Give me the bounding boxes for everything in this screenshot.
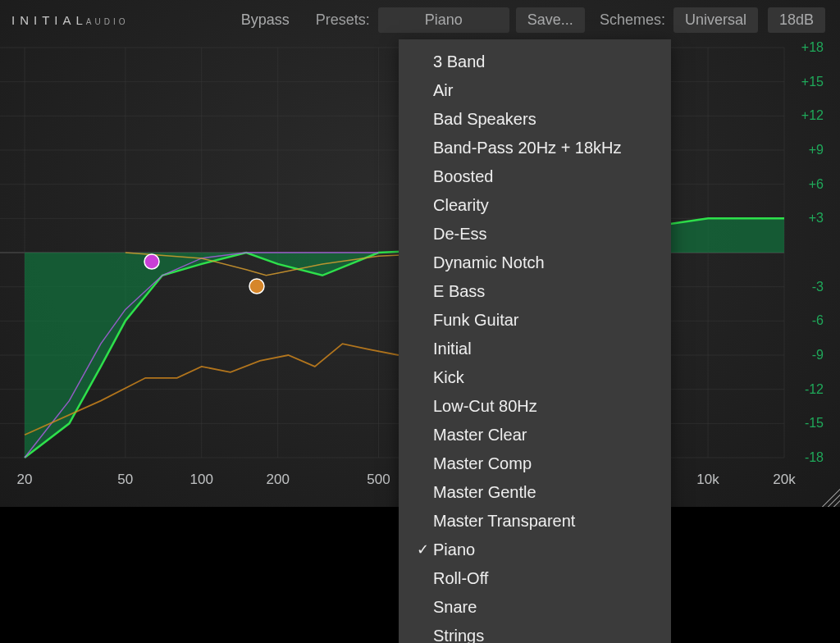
preset-item-label: Air xyxy=(433,79,656,103)
preset-item[interactable]: Master Gentle xyxy=(399,478,671,507)
preset-item[interactable]: Low-Cut 80Hz xyxy=(399,392,671,421)
preset-item[interactable]: 3 Band xyxy=(399,48,671,76)
db-tick-label: +12 xyxy=(801,108,824,122)
preset-item-label: Funk Guitar xyxy=(433,308,656,332)
freq-tick-label: 20 xyxy=(17,472,33,487)
preset-item-label: Roll-Off xyxy=(433,567,656,591)
db-tick-label: +9 xyxy=(809,143,824,157)
preset-item[interactable]: Initial xyxy=(399,335,671,363)
preset-item-label: Master Transparent xyxy=(433,509,656,533)
preset-item-label: E Bass xyxy=(433,280,656,303)
scheme-dropdown[interactable]: Universal xyxy=(673,7,758,33)
preset-item[interactable]: Funk Guitar xyxy=(399,306,671,335)
preset-item[interactable]: Band-Pass 20Hz + 18kHz xyxy=(399,134,671,162)
preset-item-label: 3 Band xyxy=(433,50,656,74)
preset-item-label: Master Gentle xyxy=(433,481,656,504)
preset-item[interactable]: Clearity xyxy=(399,191,671,220)
db-tick-label: -18 xyxy=(805,450,824,464)
bypass-button[interactable]: Bypass xyxy=(230,7,301,33)
preset-item-label: Piano xyxy=(433,538,656,562)
preset-item[interactable]: Master Clear xyxy=(399,421,671,449)
db-tick-label: -15 xyxy=(805,416,824,430)
preset-item[interactable]: Master Comp xyxy=(399,449,671,478)
freq-tick-label: 200 xyxy=(266,472,289,487)
db-tick-label: -3 xyxy=(812,280,824,294)
preset-item[interactable]: E Bass xyxy=(399,277,671,306)
gain-readout-button[interactable]: 18dB xyxy=(768,7,825,33)
preset-item[interactable]: Bad Speakers xyxy=(399,105,671,134)
preset-item-label: Dynamic Notch xyxy=(433,251,656,275)
preset-item[interactable]: Boosted xyxy=(399,162,671,191)
db-tick-label: +6 xyxy=(809,177,824,191)
freq-tick-label: 10k xyxy=(696,472,719,487)
preset-item[interactable]: Snare xyxy=(399,593,671,622)
schemes-label: Schemes: xyxy=(600,11,665,29)
preset-dropdown[interactable]: Piano xyxy=(378,7,509,33)
freq-tick-label: 50 xyxy=(117,472,133,487)
preset-item-label: Low-Cut 80Hz xyxy=(433,394,656,418)
preset-item[interactable]: Dynamic Notch xyxy=(399,249,671,277)
freq-tick-label: 20k xyxy=(773,472,796,487)
preset-item[interactable]: ✓Piano xyxy=(399,536,671,564)
preset-item-label: Bad Speakers xyxy=(433,107,656,131)
presets-menu[interactable]: 3 BandAirBad SpeakersBand-Pass 20Hz + 18… xyxy=(399,39,671,643)
db-tick-label: -9 xyxy=(812,348,824,362)
preset-item[interactable]: Master Transparent xyxy=(399,507,671,536)
preset-item[interactable]: Strings xyxy=(399,622,671,643)
freq-tick-label: 500 xyxy=(367,472,390,487)
db-tick-label: -12 xyxy=(805,382,824,396)
db-tick-label: +15 xyxy=(801,75,824,89)
preset-item-label: Master Clear xyxy=(433,423,656,447)
preset-item-label: De-Ess xyxy=(433,222,656,246)
header-bar: INITIAL AUDIO Bypass Presets: Piano Save… xyxy=(0,0,840,39)
preset-item[interactable]: Kick xyxy=(399,363,671,392)
preset-item-label: Master Comp xyxy=(433,452,656,476)
preset-item-label: Initial xyxy=(433,337,656,361)
preset-item-label: Strings xyxy=(433,624,656,643)
preset-item-label: Boosted xyxy=(433,165,656,189)
eq-node-bell[interactable] xyxy=(249,279,264,294)
preset-item-label: Snare xyxy=(433,595,656,619)
eq-node-lowcut[interactable] xyxy=(144,254,159,269)
brand-word2: AUDIO xyxy=(86,17,129,26)
db-tick-label: +3 xyxy=(809,211,824,225)
preset-item[interactable]: Air xyxy=(399,76,671,105)
presets-label: Presets: xyxy=(316,11,370,29)
freq-tick-label: 100 xyxy=(190,472,213,487)
save-button[interactable]: Save... xyxy=(516,7,585,33)
preset-item-label: Clearity xyxy=(433,194,656,217)
preset-item[interactable]: Roll-Off xyxy=(399,564,671,593)
brand-logo: INITIAL AUDIO xyxy=(11,13,129,27)
resize-grip-icon[interactable] xyxy=(817,484,840,507)
brand-word1: INITIAL xyxy=(11,13,88,27)
preset-item-label: Kick xyxy=(433,366,656,390)
preset-item-label: Band-Pass 20Hz + 18kHz xyxy=(433,136,656,160)
preset-item[interactable]: De-Ess xyxy=(399,220,671,249)
db-tick-label: -6 xyxy=(812,313,824,327)
checkmark-icon: ✓ xyxy=(417,539,433,560)
db-tick-label: +18 xyxy=(801,40,824,54)
